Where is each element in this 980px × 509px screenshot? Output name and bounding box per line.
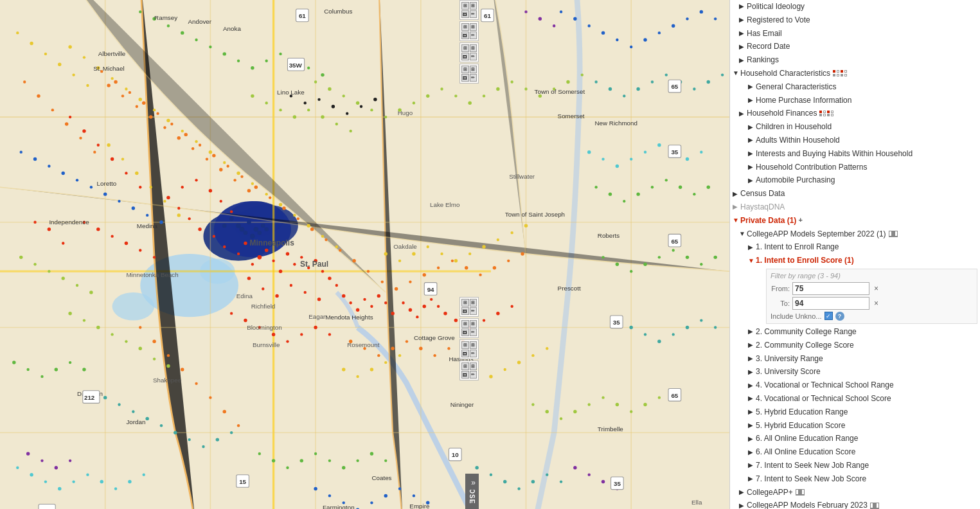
include-unknown-checkbox[interactable]: ✓ (824, 312, 833, 320)
pencil-icon[interactable]: ✏ (470, 350, 477, 357)
sidebar-item-household-contribution[interactable]: Household Contribution Patterns (730, 161, 980, 174)
map-container[interactable]: Otsego Ramsey Albertville St. Michael Me… (0, 0, 729, 509)
svg-point-401 (143, 474, 145, 476)
pencil-icon[interactable]: ✏ (470, 328, 477, 336)
filter-to-input[interactable] (792, 297, 869, 310)
photo-icon[interactable]: 🖼 (461, 31, 469, 39)
sidebar-item-university-score[interactable]: 3. University Score (730, 365, 980, 379)
grid-icon[interactable]: ⊞ (470, 362, 477, 370)
svg-point-264 (61, 276, 64, 280)
grid-icon[interactable]: ⊞ (461, 66, 469, 73)
photo-icon[interactable]: 🖼 (461, 328, 469, 336)
svg-point-160 (68, 45, 71, 48)
sidebar-item-haystaqdna[interactable]: HaystaqDNA (730, 201, 980, 214)
sidebar-item-census-data[interactable]: Census Data (730, 187, 980, 201)
svg-point-24 (258, 255, 262, 260)
sidebar-item-general-characteristics[interactable]: General Characteristics (730, 80, 980, 94)
grid-icon[interactable]: ⊞ (470, 341, 477, 349)
svg-point-387 (258, 231, 262, 235)
grid-icon[interactable]: ⊞ (461, 44, 469, 52)
pencil-icon[interactable]: ✏ (470, 371, 477, 379)
sidebar-item-hybrid-range[interactable]: 5. Hybrid Education Range (730, 406, 980, 419)
sidebar-item-university-range[interactable]: 3. University Range (730, 352, 980, 366)
sidebar-item-community-college-range[interactable]: 2. Community College Range (730, 325, 980, 339)
sidebar-item-adults-within-household[interactable]: Adults Within Household (730, 134, 980, 147)
sidebar-item-new-job-range[interactable]: 7. Intent to Seek New Job Range (730, 459, 980, 472)
photo-icon[interactable]: 🖼 (461, 10, 469, 18)
photo-icon[interactable]: 🖼 (461, 371, 469, 379)
grid-icon[interactable]: ⊞ (461, 362, 469, 370)
grid-icon[interactable]: ⊞ (461, 341, 469, 349)
grid-icon[interactable]: ⊞ (470, 2, 477, 10)
grid-icon[interactable]: ⊞ (470, 23, 477, 31)
sidebar-item-rankings[interactable]: Rankings (730, 53, 980, 67)
sidebar-item-registered-to-vote[interactable]: Registered to Vote (730, 13, 980, 27)
grid-icon[interactable]: ⊞ (461, 299, 469, 307)
sidebar-item-record-date[interactable]: Record Date (730, 40, 980, 53)
svg-point-363 (601, 31, 605, 34)
sidebar-item-community-college-score[interactable]: 2. Community College Score (730, 339, 980, 352)
arrow-icon (748, 474, 756, 483)
svg-point-361 (573, 17, 576, 21)
svg-point-411 (524, 10, 527, 13)
sidebar-item-intent-enroll-score[interactable]: 1. Intent to Enroll Score (1) (730, 254, 980, 267)
sidebar-item-political-ideology[interactable]: Political Ideology (730, 0, 980, 13)
sidebar-item-collegeapp-sept[interactable]: CollegeAPP Models September 2022 (1) (730, 228, 980, 241)
pencil-icon[interactable]: ✏ (470, 307, 477, 315)
svg-point-23 (237, 253, 240, 255)
grid-icon[interactable]: ⊞ (470, 299, 477, 307)
pencil-icon[interactable]: ✏ (470, 53, 477, 60)
sidebar-item-vocational-score[interactable]: 4. Vocational or Technical School Score (730, 392, 980, 406)
grid-icon[interactable]: ⊞ (461, 2, 469, 10)
sidebar-item-vocational-range[interactable]: 4. Vocational or Technical School Range (730, 379, 980, 392)
svg-point-193 (44, 53, 47, 55)
sidebar-item-collegeapp-plus[interactable]: CollegeAPP+ (730, 486, 980, 499)
svg-point-404 (616, 165, 619, 168)
sidebar-item-label: 4. Vocational or Technical School Range (756, 380, 894, 391)
sidebar-item-private-data[interactable]: Private Data (1) + (730, 214, 980, 228)
svg-point-51 (335, 284, 338, 287)
sidebar-item-household-characteristics[interactable]: Household Characteristics (730, 67, 980, 80)
help-icon[interactable]: ? (835, 312, 844, 321)
grid-icon[interactable]: ⊞ (470, 44, 477, 52)
svg-text:Bloomington: Bloomington (247, 324, 282, 331)
filter-to-clear[interactable]: × (872, 299, 880, 308)
grid-icon[interactable]: ⊞ (461, 320, 469, 328)
sidebar-item-has-email[interactable]: Has Email (730, 27, 980, 40)
pencil-icon[interactable]: ✏ (470, 31, 477, 39)
svg-point-46 (195, 179, 197, 181)
svg-point-364 (616, 39, 618, 41)
sidebar-item-interests-buying-habits[interactable]: Interests and Buying Habits Within House… (730, 147, 980, 161)
grid-icon[interactable]: ⊞ (470, 66, 477, 73)
svg-point-208 (546, 347, 548, 350)
layer-control-6: ⊞ ⊞ 🖼 ✏ (459, 318, 479, 338)
sidebar-item-new-job-score[interactable]: 7. Intent to Seek New Job Score (730, 472, 980, 486)
sidebar-item-collegeapp-feb-2023[interactable]: CollegeAPP Models February 2023 (730, 499, 980, 509)
pencil-icon[interactable]: ✏ (470, 10, 477, 18)
sidebar-item-household-finances[interactable]: ▶ Household Finances (730, 107, 980, 120)
photo-icon[interactable]: 🖼 (461, 53, 469, 60)
sidebar-item-hybrid-score[interactable]: 5. Hybrid Education Score (730, 419, 980, 433)
sidebar-item-all-online-score[interactable]: 6. All Online Education Score (730, 445, 980, 459)
pencil-icon[interactable]: ✏ (470, 74, 477, 82)
plus-icon[interactable]: + (798, 215, 802, 225)
svg-point-71 (437, 305, 440, 308)
grid-icon[interactable]: ⊞ (470, 320, 477, 328)
svg-point-273 (223, 52, 226, 55)
filter-from-clear[interactable]: × (872, 284, 880, 293)
expand-arrow-button[interactable]: » (468, 476, 479, 490)
photo-icon[interactable]: 🖼 (461, 350, 469, 357)
photo-icon[interactable]: 🖼 (461, 74, 469, 82)
grid-icon[interactable]: ⊞ (461, 23, 469, 31)
sidebar-item-children-in-household[interactable]: Children in Household (730, 120, 980, 134)
sidebar-item-all-online-range[interactable]: 6. All Online Education Range (730, 432, 980, 445)
sidebar-item-home-purchase[interactable]: Home Purchase Information (730, 94, 980, 107)
sidebar-item-intent-enroll-range[interactable]: 1. Intent to Enroll Range (730, 240, 980, 254)
filter-panel: Filter by range (3 - 94) From: × To: × I… (766, 269, 977, 324)
filter-from-input[interactable] (792, 282, 869, 295)
svg-text:Empire: Empire (409, 503, 430, 509)
sidebar-item-automobile-purchasing[interactable]: Automobile Purchasing (730, 174, 980, 187)
svg-point-129 (423, 273, 426, 276)
svg-point-266 (89, 290, 93, 294)
photo-icon[interactable]: 🖼 (461, 307, 469, 315)
